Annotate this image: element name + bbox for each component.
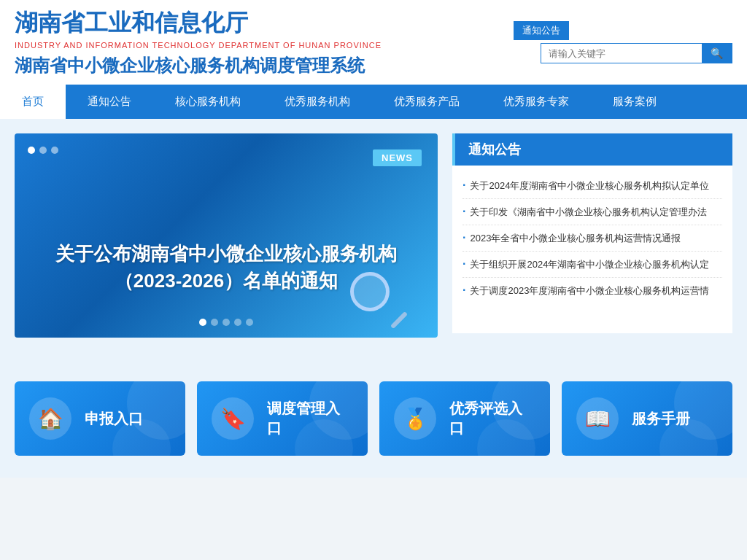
notice-item[interactable]: 2023年全省中小微企业核心服务机构运营情况通报: [462, 225, 722, 252]
entry-icon-wrap: 🏅: [394, 397, 436, 440]
main-content: NEWS 关于公布湖南省中小微企业核心服务机构（2023-2026）名单的通知 …: [0, 119, 747, 352]
entry-icon-wrap: 🏠: [29, 397, 71, 440]
search-box: 🔍: [541, 43, 732, 63]
nav-item-notice[interactable]: 通知公告: [66, 85, 153, 119]
notice-item[interactable]: 关于2024年度湖南省中小微企业核心服务机构拟认定单位: [462, 173, 722, 199]
medal-icon: 🏅: [403, 407, 428, 431]
search-button[interactable]: 🔍: [702, 44, 732, 63]
book-icon: 📖: [585, 407, 611, 431]
banner-nav-dot[interactable]: [199, 319, 206, 326]
notice-list: 关于2024年度湖南省中小微企业核心服务机构拟认定单位 关于印发《湖南省中小微企…: [452, 166, 732, 333]
banner-nav-dots: [199, 319, 253, 326]
banner-dot: [51, 147, 58, 154]
entry-card-dispatch[interactable]: 🔖 调度管理入口: [197, 381, 368, 456]
nav-item-core[interactable]: 核心服务机构: [153, 85, 263, 119]
notice-item[interactable]: 关于调度2023年度湖南省中小微企业核心服务机构运营情: [462, 278, 722, 303]
entry-card-apply[interactable]: 🏠 申报入口: [15, 381, 185, 456]
banner-decoration-dots: [28, 147, 58, 154]
main-nav: 首页 通知公告 核心服务机构 优秀服务机构 优秀服务产品 优秀服务专家 服务案例: [0, 85, 747, 119]
notice-item[interactable]: 关于印发《湖南省中小微企业核心服务机构认定管理办法: [462, 199, 722, 225]
banner-dot: [28, 147, 35, 154]
banner-nav-dot[interactable]: [211, 319, 218, 326]
banner-dot: [39, 147, 47, 154]
nav-item-cases[interactable]: 服务案例: [591, 85, 678, 119]
nav-item-excellent-org[interactable]: 优秀服务机构: [263, 85, 372, 119]
org-title: 湖南省工业和信息化厅: [15, 7, 382, 39]
magnifier-circle: [350, 272, 390, 311]
banner-nav-dot[interactable]: [222, 319, 230, 326]
page-header: 湖南省工业和信息化厅 INDUSTRY AND INFORMATION TECH…: [0, 0, 747, 85]
entry-card-manual[interactable]: 📖 服务手册: [562, 381, 732, 456]
nav-item-excellent-expert[interactable]: 优秀服务专家: [481, 85, 591, 119]
search-input[interactable]: [541, 44, 702, 63]
banner-nav-dot[interactable]: [234, 319, 241, 326]
bookmark-icon: 🔖: [220, 407, 246, 431]
entry-card-excellence[interactable]: 🏅 优秀评选入口: [379, 381, 550, 456]
nav-item-excellent-product[interactable]: 优秀服务产品: [372, 85, 481, 119]
nav-item-home[interactable]: 首页: [0, 85, 66, 119]
entry-section: 🏠 申报入口 🔖 调度管理入口 🏅 优秀评选入口 📖 服务手册: [0, 374, 747, 478]
section-spacer: [0, 352, 747, 374]
system-title: 湖南省中小微企业核心服务机构调度管理系统: [15, 54, 382, 77]
notice-panel: 通知公告 关于2024年度湖南省中小微企业核心服务机构拟认定单位 关于印发《湖南…: [452, 133, 732, 338]
entry-icon-wrap: 📖: [576, 397, 619, 440]
news-badge: NEWS: [373, 149, 422, 166]
home-icon: 🏠: [38, 407, 63, 431]
header-right: 通知公告 🔍: [514, 21, 732, 63]
hero-banner: NEWS 关于公布湖南省中小微企业核心服务机构（2023-2026）名单的通知: [15, 133, 438, 338]
org-subtitle: INDUSTRY AND INFORMATION TECHNOLOGY DEPA…: [15, 41, 382, 50]
entry-icon-wrap: 🔖: [212, 397, 254, 440]
magnifier-icon: [350, 272, 409, 330]
notice-item[interactable]: 关于组织开展2024年湖南省中小微企业核心服务机构认定: [462, 252, 722, 278]
notice-header: 通知公告: [452, 133, 732, 166]
header-left: 湖南省工业和信息化厅 INDUSTRY AND INFORMATION TECH…: [15, 7, 382, 77]
search-label: 通知公告: [514, 21, 569, 40]
magnifier-handle: [390, 311, 408, 329]
banner-nav-dot[interactable]: [246, 319, 253, 326]
